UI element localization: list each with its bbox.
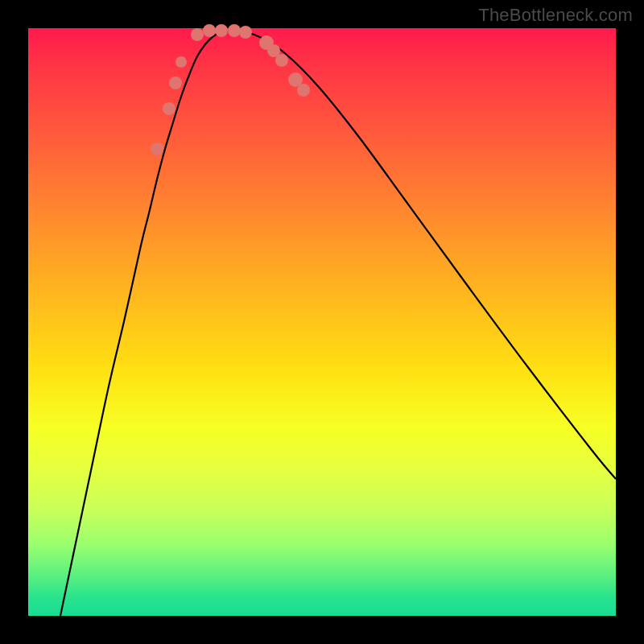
plot-area xyxy=(28,28,616,616)
curve-marker xyxy=(151,142,163,155)
curve-marker xyxy=(215,24,228,37)
curve-markers xyxy=(151,24,310,155)
potential-curve xyxy=(60,31,616,616)
curve-marker xyxy=(228,24,241,37)
curve-marker xyxy=(297,84,310,97)
curve-marker xyxy=(175,56,187,68)
watermark-text: TheBottleneck.com xyxy=(478,5,633,26)
chart-svg xyxy=(28,28,616,616)
chart-frame: TheBottleneck.com xyxy=(0,0,644,644)
curve-marker xyxy=(275,54,288,67)
curve-marker xyxy=(239,26,252,39)
curve-marker xyxy=(203,24,216,37)
curve-marker xyxy=(169,76,182,89)
curve-marker xyxy=(163,102,175,115)
curve-marker xyxy=(191,28,204,41)
